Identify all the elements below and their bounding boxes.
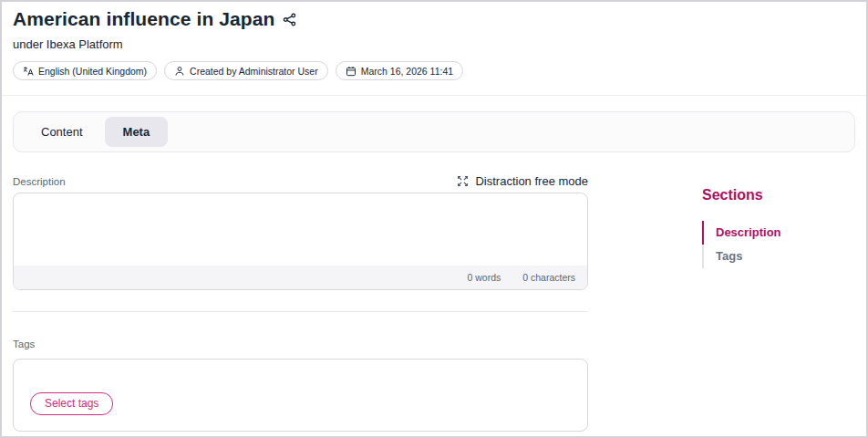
description-input[interactable] [14, 193, 587, 266]
date-badge: March 16, 2026 11:41 [336, 61, 463, 80]
tags-label: Tags [13, 339, 588, 349]
content-header: American influence in Japan under Ibexa … [2, 2, 866, 80]
character-count: 0 characters [522, 272, 575, 283]
section-link-description[interactable]: Description [702, 221, 866, 245]
distraction-free-mode-label: Distraction free mode [475, 174, 588, 188]
editor-footer: 0 words 0 characters [14, 266, 587, 289]
meta-badges: English (United Kingdom) Created by Admi… [13, 61, 855, 80]
tags-field: Select tags [13, 359, 588, 432]
calendar-icon [346, 66, 356, 77]
share-icon [283, 13, 296, 26]
word-count: 0 words [467, 272, 501, 283]
sections-title: Sections [702, 187, 866, 203]
parent-location-text: under Ibexa Platform [13, 37, 855, 51]
creator-badge: Created by Administrator User [164, 61, 328, 80]
select-tags-button[interactable]: Select tags [30, 392, 113, 415]
date-badge-label: March 16, 2026 11:41 [361, 66, 453, 77]
tab-meta[interactable]: Meta [105, 117, 169, 147]
expand-icon [457, 175, 469, 187]
share-button[interactable] [283, 13, 296, 26]
field-divider [13, 311, 588, 312]
content-edit-page: American influence in Japan under Ibexa … [0, 0, 868, 438]
header-divider [2, 95, 866, 96]
description-field: 0 words 0 characters [13, 193, 588, 290]
edit-form: Description Distraction free mode 0 word… [13, 152, 588, 432]
language-badge-label: English (United Kingdom) [38, 66, 147, 77]
description-label: Description [13, 176, 66, 187]
edit-tabs: Content Meta [13, 111, 855, 152]
section-link-tags[interactable]: Tags [702, 245, 866, 268]
sections-list: Description Tags [702, 221, 866, 268]
translate-icon [23, 66, 34, 77]
user-icon [174, 66, 185, 77]
distraction-free-mode-button[interactable]: Distraction free mode [457, 174, 588, 188]
language-badge: English (United Kingdom) [13, 61, 157, 80]
tab-content[interactable]: Content [28, 119, 96, 145]
page-title: American influence in Japan [13, 8, 274, 30]
creator-badge-label: Created by Administrator User [190, 66, 318, 77]
sections-panel: Sections Description Tags [702, 152, 866, 432]
